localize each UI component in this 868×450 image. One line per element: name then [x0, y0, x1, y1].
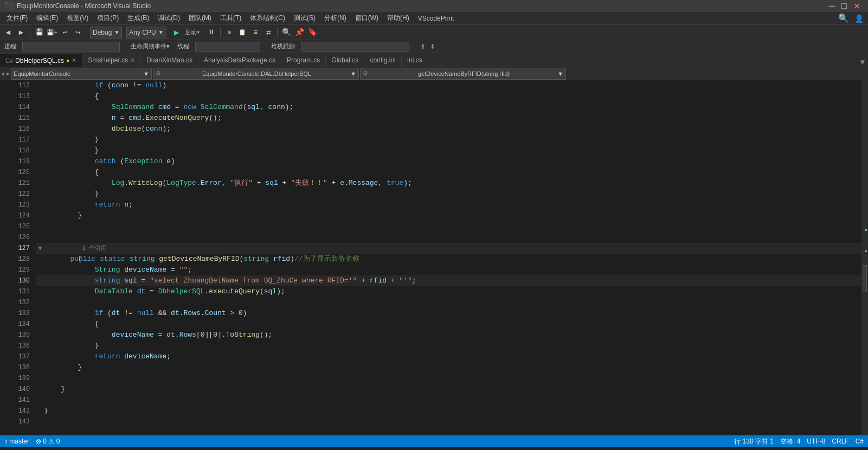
code-line-117[interactable]: ▼ }: [36, 134, 861, 145]
toolbar-btn-4[interactable]: ⇄: [262, 27, 274, 38]
tab-inics[interactable]: Ini.cs: [402, 54, 428, 67]
code-area[interactable]: ▼ if (conn != null)▼ {▼ SqlCommand cmd =…: [34, 80, 861, 435]
code-line-137[interactable]: ▼ return deviceName;: [36, 351, 861, 362]
tab-close-0[interactable]: ✕: [72, 57, 76, 64]
code-line-138[interactable]: ▼ }: [36, 362, 861, 373]
nav-member-dropdown[interactable]: ⚙ getDeviceNameByRFID(string rfid) ▼: [360, 68, 566, 80]
code-line-143[interactable]: ▼: [36, 416, 861, 427]
tab-duanxinmao[interactable]: DuanXinMao.cs: [141, 54, 198, 67]
code-line-141[interactable]: ▼: [36, 395, 861, 406]
tab-program[interactable]: Program.cs: [281, 54, 326, 67]
nav-left-arrow[interactable]: ◀: [0, 70, 5, 77]
nav-member-arrow: ▼: [557, 70, 563, 77]
menu-vscodeprint[interactable]: VScodePrint: [414, 12, 459, 24]
save-all-btn[interactable]: 💾+: [46, 27, 58, 38]
code-line-113[interactable]: ▼ {: [36, 91, 861, 102]
forward-btn[interactable]: ▶: [15, 27, 27, 38]
code-line-140[interactable]: ▼ }: [36, 384, 861, 395]
code-line-112[interactable]: ▼ if (conn != null): [36, 80, 861, 91]
toolbar-btn-3[interactable]: ≡: [249, 27, 261, 38]
menu-edit[interactable]: 编辑(E): [32, 12, 62, 24]
stack-nav[interactable]: ⬆: [420, 43, 426, 50]
menu-window[interactable]: 窗口(W): [351, 12, 383, 24]
start-label[interactable]: 启动▾: [184, 28, 202, 36]
toolbar-btn-6[interactable]: 📌: [293, 27, 305, 38]
tabs-overflow-btn[interactable]: ▼: [857, 58, 868, 67]
toolbar-btn-7[interactable]: 🔖: [306, 27, 318, 38]
maximize-btn[interactable]: □: [838, 1, 850, 11]
code-line-126[interactable]: ▼: [36, 232, 861, 243]
code-line-142[interactable]: ▼}: [36, 406, 861, 416]
code-line-114[interactable]: ▼ SqlCommand cmd = new SqlCommand(sql, c…: [36, 102, 861, 113]
nav-member-text: getDeviceNameByRFID(string rfid): [418, 70, 510, 77]
menu-team[interactable]: 团队(M): [184, 12, 216, 24]
tab-modified-0: ●: [66, 57, 69, 63]
start-btn[interactable]: ▶: [171, 27, 183, 38]
menu-analyze[interactable]: 分析(N): [320, 12, 351, 24]
menu-arch[interactable]: 体系结构(C): [246, 12, 290, 24]
menu-project[interactable]: 项目(P): [93, 12, 123, 24]
menu-test[interactable]: 测试(S): [290, 12, 320, 24]
cpu-dropdown[interactable]: Any CPU ▼: [126, 27, 166, 38]
code-line-118[interactable]: ▼ }: [36, 145, 861, 156]
redo-btn[interactable]: ↪: [72, 27, 84, 38]
account-icon[interactable]: 👤: [852, 14, 866, 23]
scroll-thumb[interactable]: [863, 265, 867, 292]
menu-build[interactable]: 生成(B): [123, 12, 153, 24]
collapse-icon[interactable]: ▼: [36, 245, 44, 253]
pause-btn[interactable]: ⏸: [205, 27, 217, 38]
code-line-120[interactable]: ▼ {: [36, 167, 861, 178]
code-line-134[interactable]: ▼ {: [36, 319, 861, 330]
code-line-125[interactable]: ▼: [36, 221, 861, 232]
tab-global[interactable]: Global.cs: [326, 54, 364, 67]
tab-analysisdatapackage[interactable]: AnalysisDataPackage.cs: [198, 54, 281, 67]
code-line-121[interactable]: ▼ Log.WriteLog(LogType.Error, "执行" + sql…: [36, 178, 861, 189]
toolbar-btn-5[interactable]: 🔍: [280, 27, 292, 38]
debug-config-dropdown[interactable]: Debug ▼: [90, 27, 122, 38]
line-number-117: 117: [10, 134, 30, 145]
code-line-135[interactable]: ▼ deviceName = dt.Rows[0][0].ToString();: [36, 330, 861, 340]
menu-tools[interactable]: 工具(T): [216, 12, 246, 24]
lifecycle-label[interactable]: 生命周期事件▾: [131, 42, 170, 50]
code-line-131[interactable]: ▼ DataTable dt = DbHelperSQL.executeQuer…: [36, 286, 861, 297]
menu-help[interactable]: 帮助(H): [383, 12, 414, 24]
menu-file[interactable]: 文件(F): [2, 12, 32, 24]
toolbar-btn-2[interactable]: 📋: [236, 27, 248, 38]
back-btn[interactable]: ◀: [2, 27, 14, 38]
code-line-132[interactable]: ▼: [36, 297, 861, 308]
title-text: EquipMonitorConsole - Microsoft Visual S…: [17, 2, 151, 10]
code-line-127[interactable]: ▼ 1 个引用 public static string getDeviceNa…: [36, 243, 861, 254]
undo-btn[interactable]: ↩: [59, 27, 71, 38]
nav-class-dropdown[interactable]: EquipMonitorConsole ▼: [11, 68, 152, 80]
code-line-119[interactable]: ▼ catch (Exception e): [36, 156, 861, 167]
vertical-scrollbar[interactable]: [861, 80, 868, 435]
nav-method-dropdown[interactable]: ⚙ EquipMonitorConsole.DAL.DbHelperSQL ▼: [153, 68, 359, 80]
code-line-139[interactable]: ▼: [36, 373, 861, 384]
code-line-124[interactable]: ▼ }: [36, 210, 861, 221]
process-input[interactable]: [22, 42, 120, 52]
minimize-btn[interactable]: ─: [826, 1, 838, 11]
code-line-115[interactable]: ▼ n = cmd.ExecuteNonQuery();: [36, 113, 861, 124]
search-icon[interactable]: 🔍: [835, 13, 852, 23]
code-line-123[interactable]: ▼ return n;: [36, 200, 861, 210]
stack-nav-down[interactable]: ⬇: [430, 43, 435, 50]
save-btn[interactable]: 💾: [33, 27, 45, 38]
tab-smshelper[interactable]: SmsHelper.cs ✕: [82, 54, 141, 67]
tab-close-1[interactable]: ✕: [130, 57, 135, 64]
code-line-136[interactable]: ▼ }: [36, 340, 861, 351]
code-line-122[interactable]: ▼ }: [36, 189, 861, 200]
stack-input[interactable]: [301, 42, 409, 52]
toolbar-btn-1[interactable]: ⚙: [223, 27, 235, 38]
close-btn[interactable]: ✕: [850, 1, 864, 11]
code-line-130[interactable]: ▼ string sql = "select ZhuangBeiName fro…: [36, 275, 861, 286]
thread-input[interactable]: [195, 42, 260, 52]
nav-right-arrow[interactable]: ▶: [5, 70, 11, 77]
code-line-116[interactable]: ▼ dbclose(conn);: [36, 124, 861, 134]
menu-debug[interactable]: 调试(D): [153, 12, 184, 24]
menu-view[interactable]: 视图(V): [62, 12, 93, 24]
tabs-bar: C# DbHelperSQL.cs ● ✕ SmsHelper.cs ✕ Dua…: [0, 53, 868, 67]
code-line-133[interactable]: ▼ if (dt != null && dt.Rows.Count > 0): [36, 308, 861, 319]
tab-configini[interactable]: config.ini: [364, 54, 401, 67]
code-line-129[interactable]: ▼ String deviceName = "";: [36, 265, 861, 275]
tab-dbhelpersql[interactable]: C# DbHelperSQL.cs ● ✕: [0, 54, 82, 67]
